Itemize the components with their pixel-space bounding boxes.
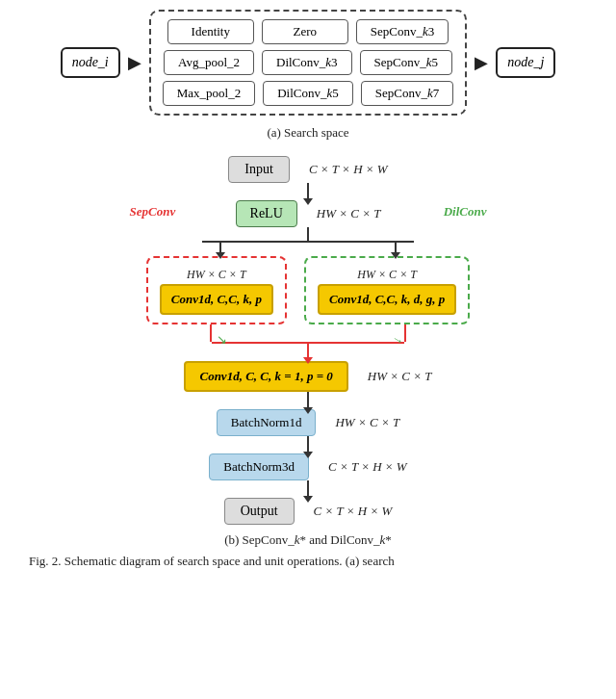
conv-bottom-label: Conv1d, C, C, k = 1, p = 0 <box>199 369 332 383</box>
conv-right-label: Conv1d, C,C, k, d, g, p <box>329 292 445 306</box>
connector-conv-bn1 <box>307 392 309 409</box>
op-avgpool: Avg_pool_2 <box>164 50 254 75</box>
conv-right-dim: HW × C × T <box>318 268 456 282</box>
batchnorm1d-label: BatchNorm1d <box>231 415 302 429</box>
left-merge-vert <box>210 324 212 342</box>
sepconv-outer-label: SepConv <box>130 204 176 220</box>
relu-row: SepConv DilConv ReLU HW × C × T <box>236 200 381 227</box>
input-label: Input <box>244 162 273 176</box>
merge-area: → ↘ <box>183 324 433 361</box>
left-down-tick <box>219 241 221 254</box>
conv-bottom-row: Conv1d, C, C, k = 1, p = 0 HW × C × T <box>184 361 431 392</box>
diagram-flow: Input C × T × H × W SepConv DilConv ReLU… <box>77 156 539 525</box>
output-label: Output <box>241 504 278 518</box>
h-split-line <box>202 241 414 243</box>
input-dim: C × T × H × W <box>309 162 388 177</box>
sepconv-dashed-box: HW × C × T Conv1d, C,C, k, p <box>146 256 287 324</box>
batchnorm1d-dim: HW × C × T <box>335 415 399 430</box>
batchnorm3d-label: BatchNorm3d <box>223 459 295 474</box>
relu-dim: HW × C × T <box>317 206 381 221</box>
right-down-tick <box>395 241 397 254</box>
ops-row-2: Max_pool_2 DilConv_k5 SepConv_k7 <box>163 81 453 106</box>
batchnorm3d-dim: C × T × H × W <box>328 459 407 475</box>
batchnorm1d-box: BatchNorm1d <box>217 409 317 436</box>
connector-input-relu <box>307 183 309 200</box>
node-j-label: node_j <box>507 55 544 69</box>
connector-relu-split <box>307 227 309 241</box>
conv-right-box: Conv1d, C,C, k, d, g, p <box>318 284 456 315</box>
op-sepconv-k5: SepConv_k5 <box>360 50 452 75</box>
op-maxpool: Max_pool_2 <box>163 81 255 106</box>
dilconv-dashed-box: HW × C × T Conv1d, C,C, k, d, g, p <box>304 256 470 324</box>
two-branch-row: HW × C × T Conv1d, C,C, k, p HW × C × T … <box>146 256 471 324</box>
fig-caption: Fig. 2. Schematic diagram of search spac… <box>19 554 597 569</box>
op-sepconv-k7: SepConv_k7 <box>361 81 453 106</box>
node-i-label: node_i <box>72 55 109 69</box>
center-merge-vert <box>307 342 309 359</box>
part-a-search-space: node_i ▶ Identity Zero SepConv_k3 Avg_po… <box>0 10 616 148</box>
ops-grid: Identity Zero SepConv_k3 Avg_pool_2 DilC… <box>149 10 467 116</box>
op-zero: Zero <box>262 19 348 44</box>
arrow-to-ops: ▶ <box>128 52 141 73</box>
split-section: HW × C × T Conv1d, C,C, k, p HW × C × T … <box>125 241 491 361</box>
ops-row-0: Identity Zero SepConv_k3 <box>163 19 453 44</box>
search-space-row: node_i ▶ Identity Zero SepConv_k3 Avg_po… <box>61 10 556 116</box>
input-row: Input C × T × H × W <box>228 156 387 183</box>
output-dim: C × T × H × W <box>314 504 393 519</box>
node-j-box: node_j <box>496 47 555 78</box>
part-b-diagram: Input C × T × H × W SepConv DilConv ReLU… <box>0 156 616 548</box>
op-sepconv-k3: SepConv_k3 <box>356 19 449 44</box>
op-identity: Identity <box>167 19 254 44</box>
node-i-box: node_i <box>61 47 120 78</box>
relu-box: ReLU <box>236 200 297 227</box>
batchnorm3d-box: BatchNorm3d <box>209 453 309 480</box>
conv-left-label: Conv1d, C,C, k, p <box>171 292 262 306</box>
part-a-caption: (a) Search space <box>267 125 348 141</box>
conv-left-box: Conv1d, C,C, k, p <box>160 284 273 315</box>
input-box: Input <box>228 156 290 183</box>
conv-left-dim: HW × C × T <box>160 268 273 282</box>
output-box: Output <box>224 498 295 525</box>
arrow-to-node-j: ▶ <box>475 52 488 73</box>
fig-caption-text: Fig. 2. Schematic diagram of search spac… <box>29 554 395 568</box>
relu-label: ReLU <box>250 206 283 220</box>
center-merge-arrow <box>303 357 313 364</box>
op-dilconv-k3: DilConv_k3 <box>262 50 352 75</box>
part-b-caption: (b) SepConv_k* and DilConv_k* <box>224 532 392 548</box>
connector-bn1-bn3 <box>307 436 309 453</box>
ops-row-1: Avg_pool_2 DilConv_k3 SepConv_k5 <box>163 50 453 75</box>
conv-bottom-dim: HW × C × T <box>368 369 432 384</box>
op-dilconv-k5: DilConv_k5 <box>263 81 353 106</box>
conv-bottom-box: Conv1d, C, C, k = 1, p = 0 <box>184 361 347 392</box>
green-arrow-left: ↘ <box>217 332 227 348</box>
connector-bn3-output <box>307 480 309 498</box>
dilconv-outer-label: DilConv <box>444 204 487 220</box>
